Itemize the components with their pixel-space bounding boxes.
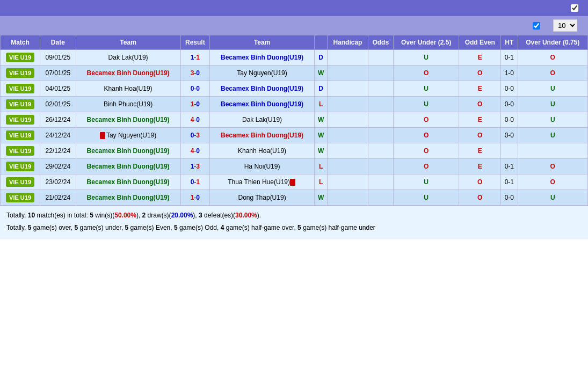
ou075-cell: U [518, 81, 587, 97]
ou075-cell: U [518, 97, 587, 112]
ht-cell: 0-0 [501, 97, 518, 112]
ou25-cell: O [394, 66, 459, 81]
result-cell: 4-0 [180, 143, 210, 159]
oe-cell: O [459, 66, 501, 81]
match-cell: VIE U19 [1, 81, 40, 97]
match-badge: VIE U19 [6, 130, 34, 140]
table-row: VIE U1924/12/24Tay Nguyen(U19)0-3Becamex… [1, 128, 588, 143]
team1-cell: Dak Lak(U19) [76, 50, 180, 66]
match-badge: VIE U19 [6, 68, 34, 78]
col-oe: Odd Even [459, 35, 501, 50]
match-badge: VIE U19 [6, 193, 34, 202]
col-ou25: Over Under (2.5) [394, 35, 459, 50]
team1-cell: Tay Nguyen(U19) [76, 128, 180, 143]
table-header-row: Match Date Team Result Team Handicap Odd… [1, 35, 588, 50]
ou075-cell [518, 143, 587, 159]
wdl-cell: D [314, 50, 327, 66]
ou25-cell: U [394, 50, 459, 66]
date-cell: 24/12/24 [40, 128, 76, 143]
odds-cell [368, 50, 393, 66]
table-row: VIE U1921/02/24Becamex Binh Duong(U19)1-… [1, 190, 588, 206]
footer-line2: Totally, 5 game(s) over, 5 game(s) under… [6, 223, 582, 233]
match-cell: VIE U19 [1, 50, 40, 66]
match-badge: VIE U19 [6, 177, 34, 187]
ou25-cell: O [394, 128, 459, 143]
ou25-cell: U [394, 81, 459, 97]
team2-cell: Becamex Binh Duong(U19) [210, 128, 315, 143]
odds-cell [368, 174, 393, 190]
ou075-cell: U [518, 190, 587, 206]
col-ht: HT [501, 35, 518, 50]
wdl-cell: D [314, 81, 327, 97]
ht-cell: 0-0 [501, 81, 518, 97]
date-cell: 02/01/25 [40, 97, 76, 112]
table-row: VIE U1909/01/25Dak Lak(U19)1-1Becamex Bi… [1, 50, 588, 66]
table-row: VIE U1926/12/24Becamex Binh Duong(U19)4-… [1, 112, 588, 128]
match-badge: VIE U19 [6, 84, 34, 93]
handicap-cell [328, 159, 368, 174]
oe-cell: O [459, 97, 501, 112]
oe-cell: E [459, 81, 501, 97]
table-row: VIE U1929/02/24Becamex Binh Duong(U19)1-… [1, 159, 588, 174]
ht-cell: 0-1 [501, 50, 518, 66]
ht-cell: 0-1 [501, 159, 518, 174]
match-badge: VIE U19 [6, 99, 34, 109]
handicap-cell [328, 128, 368, 143]
handicap-cell [328, 81, 368, 97]
table-row: VIE U1922/12/24Becamex Binh Duong(U19)4-… [1, 143, 588, 159]
footer: Totally, 10 match(es) in total: 5 win(s)… [0, 206, 588, 239]
wdl-cell: W [314, 128, 327, 143]
ou075-cell: O [518, 50, 587, 66]
ht-cell: 0-1 [501, 174, 518, 190]
odds-cell [368, 112, 393, 128]
result-cell: 1-0 [180, 97, 210, 112]
match-cell: VIE U19 [1, 174, 40, 190]
ou075-cell: U [518, 112, 587, 128]
oe-cell: E [459, 50, 501, 66]
oe-cell: O [459, 190, 501, 206]
handicap-cell [328, 66, 368, 81]
odds-cell [368, 97, 393, 112]
league-filter-checkbox[interactable] [533, 22, 540, 30]
header [0, 0, 588, 16]
ou075-cell: O [518, 174, 587, 190]
team2-cell: Dong Thap(U19) [210, 190, 315, 206]
handicap-cell [328, 190, 368, 206]
odds-cell [368, 159, 393, 174]
col-match: Match [1, 35, 40, 50]
ht-cell: 0-0 [501, 190, 518, 206]
red-card-icon [100, 132, 105, 139]
wdl-cell: W [314, 143, 327, 159]
team2-cell: Dak Lak(U19) [210, 112, 315, 128]
col-wdl [314, 35, 327, 50]
oe-cell: E [459, 159, 501, 174]
result-cell: 3-0 [180, 66, 210, 81]
date-cell: 07/01/25 [40, 66, 76, 81]
ou25-cell: U [394, 97, 459, 112]
team1-cell: Becamex Binh Duong(U19) [76, 159, 180, 174]
result-cell: 0-3 [180, 128, 210, 143]
odds-cell [368, 128, 393, 143]
match-cell: VIE U19 [1, 66, 40, 81]
table-row: VIE U1923/02/24Becamex Binh Duong(U19)0-… [1, 174, 588, 190]
filter-bar: 5 10 15 20 All [0, 16, 588, 35]
ou25-cell: O [394, 159, 459, 174]
team1-cell: Becamex Binh Duong(U19) [76, 143, 180, 159]
games-select[interactable]: 5 10 15 20 All [553, 19, 577, 32]
result-cell: 0-0 [180, 81, 210, 97]
handicap-cell [328, 143, 368, 159]
col-odds: Odds [368, 35, 393, 50]
col-date: Date [40, 35, 76, 50]
col-ou075: Over Under (0.75) [518, 35, 587, 50]
team1-cell: Becamex Binh Duong(U19) [76, 66, 180, 81]
odds-cell [368, 81, 393, 97]
date-cell: 04/01/25 [40, 81, 76, 97]
result-cell: 1-1 [180, 50, 210, 66]
match-cell: VIE U19 [1, 97, 40, 112]
team2-cell: Becamex Binh Duong(U19) [210, 81, 315, 97]
team2-cell: Becamex Binh Duong(U19) [210, 97, 315, 112]
match-cell: VIE U19 [1, 190, 40, 206]
team2-cell: Thua Thien Hue(U19) [210, 174, 315, 190]
display-notes-checkbox[interactable] [571, 4, 578, 12]
date-cell: 22/12/24 [40, 143, 76, 159]
